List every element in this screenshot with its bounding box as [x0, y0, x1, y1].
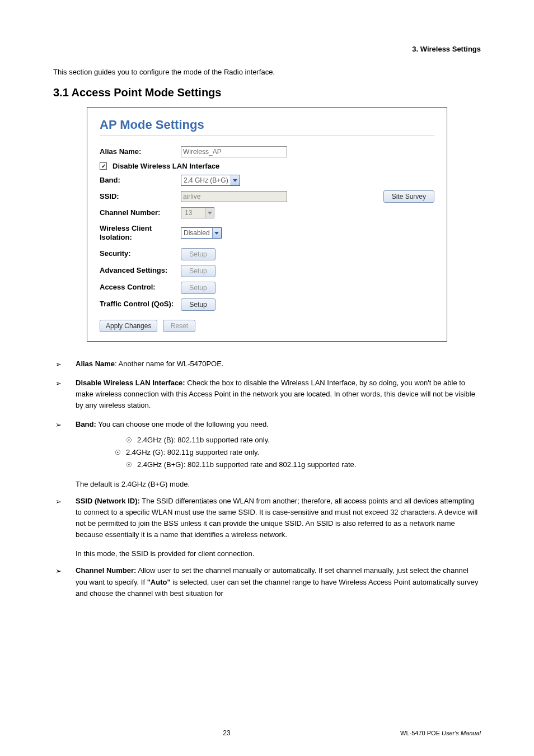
- list-item: ➢ Alias Name: Another name for WL-5470PO…: [53, 358, 481, 370]
- arrow-icon: ➢: [55, 378, 62, 389]
- dot-icon: ☉: [126, 435, 132, 446]
- description-list: ➢ Alias Name: Another name for WL-5470PO…: [53, 358, 481, 471]
- traffic-setup-button[interactable]: Setup: [181, 298, 216, 311]
- dot-icon: ☉: [115, 447, 121, 458]
- advanced-settings-label: Advanced Settings:: [100, 266, 181, 275]
- site-survey-button[interactable]: Site Survey: [383, 190, 434, 203]
- arrow-icon: ➢: [55, 359, 62, 370]
- list-item: ➢ SSID (Network ID): The SSID differenti…: [53, 496, 481, 541]
- chevron-down-icon: [231, 175, 240, 185]
- channel-number-value: 13: [184, 209, 203, 217]
- band-label: Band:: [100, 176, 181, 185]
- list-item: ➢ Disable Wireless LAN Interface: Check …: [53, 377, 481, 411]
- disable-wlan-checkbox[interactable]: ✓: [100, 162, 107, 170]
- band-b: 2.4GHz (B): 802.11b supported rate only.: [137, 436, 270, 444]
- subsection-title: 3.1 Access Point Mode Settings: [53, 86, 481, 99]
- disable-term: Disable Wireless LAN Interface:: [76, 379, 185, 387]
- ssid-label: SSID:: [100, 192, 181, 201]
- description-list-2: ➢ SSID (Network ID): The SSID differenti…: [53, 496, 481, 541]
- access-control-label: Access Control:: [100, 283, 181, 292]
- band-select[interactable]: 2.4 GHz (B+G): [181, 175, 240, 186]
- reset-button[interactable]: Reset: [163, 320, 195, 332]
- dot-icon: ☉: [126, 460, 132, 470]
- access-setup-button[interactable]: Setup: [181, 282, 216, 294]
- panel-divider: [100, 136, 434, 136]
- band-desc: You can choose one mode of the following…: [96, 420, 269, 428]
- page-number: 23: [53, 729, 400, 737]
- page-footer: 23 WL-5470 POE User's Manual: [53, 729, 481, 737]
- alias-name-label: Alias Name:: [100, 147, 181, 156]
- intro-text: This section guides you to configure the…: [53, 68, 481, 76]
- band-default-note: The default is 2.4GHz (B+G) mode.: [76, 479, 481, 490]
- alias-name-term: Alias Name: [76, 360, 115, 368]
- list-item: ☉2.4GHz (B): 802.11b supported rate only…: [76, 435, 481, 446]
- alias-name-desc: : Another name for WL-5470POE.: [115, 360, 223, 368]
- channel-term: Channel Number:: [76, 566, 136, 575]
- ap-mode-panel: AP Mode Settings Alias Name: ✓ Disable W…: [87, 107, 447, 342]
- channel-number-select[interactable]: 13: [181, 207, 214, 218]
- band-select-value: 2.4 GHz (B+G): [184, 176, 228, 184]
- footer-model: WL-5470 POE User's Manual: [400, 730, 481, 736]
- header-section-label: 3. Wireless Settings: [53, 45, 481, 53]
- isolation-select[interactable]: Disabled: [181, 227, 222, 239]
- band-term: Band:: [76, 420, 96, 428]
- advanced-setup-button[interactable]: Setup: [181, 265, 216, 277]
- list-item: ☉2.4GHz (G): 802.11g supported rate only…: [76, 447, 481, 458]
- chevron-down-icon: [205, 208, 214, 218]
- channel-number-label: Channel Number:: [100, 208, 181, 217]
- band-bg: 2.4GHz (B+G): 802.11b supported rate and…: [137, 460, 356, 469]
- list-item: ☉2.4GHz (B+G): 802.11b supported rate an…: [76, 459, 481, 470]
- isolation-label: Wireless Client Isolation:: [100, 223, 181, 244]
- ssid-input[interactable]: [181, 191, 287, 202]
- arrow-icon: ➢: [55, 419, 62, 431]
- channel-auto: "Auto": [147, 578, 171, 586]
- ssid-mode-note: In this mode, the SSID is provided for c…: [76, 548, 481, 559]
- panel-title: AP Mode Settings: [100, 118, 434, 132]
- svg-marker-1: [208, 212, 212, 214]
- isolation-select-value: Disabled: [184, 229, 210, 237]
- disable-wlan-label: Disable Wireless LAN Interface: [113, 162, 219, 170]
- security-label: Security:: [100, 249, 181, 258]
- band-sublist: ☉2.4GHz (B): 802.11b supported rate only…: [76, 435, 481, 470]
- arrow-icon: ➢: [55, 566, 62, 577]
- traffic-control-label: Traffic Control (QoS):: [100, 298, 181, 310]
- ssid-term: SSID (Network ID):: [76, 497, 140, 505]
- apply-changes-button[interactable]: Apply Changes: [100, 320, 157, 332]
- list-item: ➢ Band: You can choose one mode of the f…: [53, 419, 481, 471]
- security-setup-button[interactable]: Setup: [181, 248, 216, 260]
- description-list-3: ➢ Channel Number: Allow user to set the …: [53, 565, 481, 599]
- band-g: 2.4GHz (G): 802.11g supported rate only.: [126, 448, 259, 456]
- alias-name-input[interactable]: [181, 146, 287, 157]
- chevron-down-icon: [212, 228, 221, 238]
- svg-marker-0: [233, 179, 237, 182]
- svg-marker-2: [214, 232, 219, 235]
- list-item: ➢ Channel Number: Allow user to set the …: [53, 565, 481, 599]
- arrow-icon: ➢: [55, 496, 62, 507]
